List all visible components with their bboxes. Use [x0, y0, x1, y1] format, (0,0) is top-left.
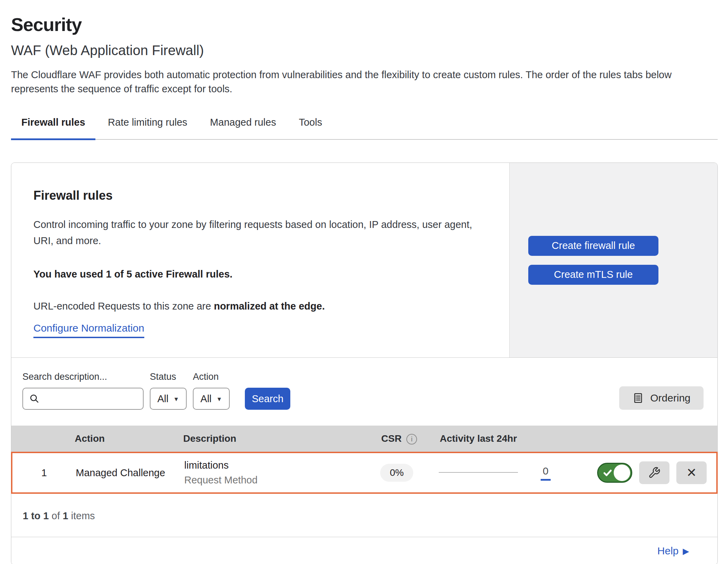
- normalization-text: URL-encoded Requests to this zone are: [33, 301, 214, 312]
- filter-toolbar: Search description... Status All ▼ Actio…: [11, 358, 717, 426]
- activity-sparkline: [439, 472, 518, 473]
- page-title: Security: [11, 14, 718, 35]
- configure-normalization-link[interactable]: Configure Normalization: [33, 322, 144, 338]
- wrench-icon: [648, 467, 661, 479]
- rule-order: 1: [12, 467, 76, 479]
- status-label: Status: [150, 372, 187, 382]
- search-input-box[interactable]: [22, 388, 144, 410]
- help-row: Help ▶: [11, 537, 717, 564]
- search-description-group: Search description...: [22, 372, 144, 410]
- rule-enabled-toggle[interactable]: [597, 463, 632, 483]
- action-label: Action: [193, 372, 230, 382]
- header-csr-label: CSR: [381, 433, 402, 444]
- action-select[interactable]: All ▼: [193, 388, 230, 410]
- status-filter-group: Status All ▼: [150, 372, 187, 410]
- normalization-bold: normalized at the edge.: [214, 301, 325, 312]
- waf-tab-bar: Firewall rules Rate limiting rules Manag…: [11, 115, 718, 140]
- action-filter-group: Action All ▼: [193, 372, 230, 410]
- pagination-summary: 1 to 1 of 1 items: [11, 494, 717, 537]
- create-mtls-rule-button[interactable]: Create mTLS rule: [528, 265, 658, 285]
- search-description-label: Search description...: [22, 372, 144, 382]
- card-heading: Firewall rules: [33, 188, 492, 203]
- rule-description-sub: Request Method: [184, 474, 380, 486]
- items-range: 1 to 1: [23, 510, 49, 521]
- tab-managed-rules[interactable]: Managed rules: [200, 115, 287, 140]
- rule-action: Managed Challenge: [76, 467, 184, 479]
- search-icon: [29, 393, 40, 405]
- usage-summary: You have used 1 of 5 active Firewall rul…: [33, 269, 492, 280]
- page-subtitle: WAF (Web Application Firewall): [11, 43, 718, 58]
- help-link-label: Help: [657, 545, 679, 557]
- ordering-button[interactable]: Ordering: [619, 386, 704, 410]
- header-action: Action: [75, 433, 183, 444]
- items-label: items: [68, 510, 95, 521]
- rule-controls: ✕: [600, 461, 716, 484]
- card-description: Control incoming traffic to your zone by…: [33, 217, 491, 249]
- tab-tools[interactable]: Tools: [289, 115, 333, 140]
- status-select[interactable]: All ▼: [150, 388, 187, 410]
- status-select-value: All: [157, 393, 168, 405]
- ordering-button-label: Ordering: [650, 392, 690, 404]
- delete-rule-button[interactable]: ✕: [676, 461, 707, 484]
- rule-activity-cell: 0: [439, 465, 600, 481]
- firewall-rules-overview: Firewall rules Control incoming traffic …: [11, 163, 717, 358]
- create-rule-panel: Create firewall rule Create mTLS rule: [509, 163, 717, 357]
- chevron-down-icon: ▼: [216, 396, 222, 403]
- firewall-rules-info: Firewall rules Control incoming traffic …: [11, 163, 509, 357]
- header-csr: CSRi: [381, 433, 440, 445]
- firewall-rules-card: Firewall rules Control incoming traffic …: [11, 163, 718, 564]
- tab-firewall-rules[interactable]: Firewall rules: [11, 115, 95, 140]
- edit-rule-button[interactable]: [639, 461, 669, 484]
- search-input[interactable]: [44, 393, 137, 404]
- help-link[interactable]: Help ▶: [657, 545, 689, 557]
- rule-description: limitations: [184, 460, 380, 471]
- rule-description-cell: limitations Request Method: [184, 460, 380, 486]
- csr-badge: 0%: [380, 464, 413, 482]
- normalization-note: URL-encoded Requests to this zone are no…: [33, 301, 492, 312]
- header-description: Description: [183, 433, 381, 444]
- check-icon: [603, 469, 613, 479]
- create-firewall-rule-button[interactable]: Create firewall rule: [528, 236, 658, 256]
- action-select-value: All: [200, 393, 211, 405]
- ordering-list-icon: [632, 392, 644, 404]
- activity-count-link[interactable]: 0: [541, 465, 551, 481]
- table-row: 1 Managed Challenge limitations Request …: [11, 452, 718, 494]
- rule-csr-cell: 0%: [380, 464, 439, 482]
- items-total: 1: [63, 510, 68, 521]
- rules-table-header: Action Description CSRi Activity last 24…: [11, 426, 717, 452]
- chevron-down-icon: ▼: [173, 396, 179, 403]
- tab-rate-limiting-rules[interactable]: Rate limiting rules: [97, 115, 197, 140]
- page-description: The Cloudflare WAF provides both automat…: [11, 68, 717, 96]
- close-icon: ✕: [686, 466, 697, 480]
- toggle-knob: [614, 464, 630, 481]
- header-activity: Activity last 24hr: [440, 433, 601, 444]
- info-icon[interactable]: i: [406, 434, 417, 445]
- search-button[interactable]: Search: [245, 388, 290, 410]
- arrow-right-icon: ▶: [683, 546, 689, 556]
- items-of-text: of: [49, 510, 63, 521]
